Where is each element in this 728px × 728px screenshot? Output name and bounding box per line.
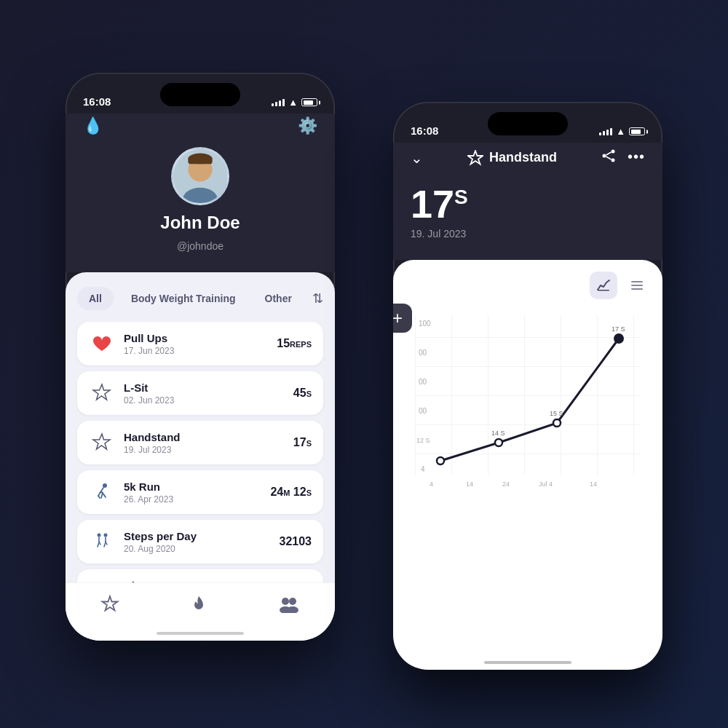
exercise-icon-handstand: [89, 430, 115, 456]
detail-date: 19. Jul 2023: [411, 228, 645, 240]
nav-social[interactable]: [278, 596, 300, 617]
user-name: John Doe: [160, 213, 240, 233]
more-icon[interactable]: •••: [628, 149, 645, 167]
back-button[interactable]: ⌄: [411, 149, 423, 167]
settings-icon[interactable]: ⚙️: [298, 116, 317, 135]
chart-list-button[interactable]: [623, 272, 651, 299]
battery-right: [629, 127, 645, 135]
svg-text:14 S: 14 S: [491, 430, 505, 437]
user-handle: @johndoe: [177, 240, 223, 252]
exercise-item-handstand[interactable]: Handstand 19. Jul 2023 17S: [77, 421, 323, 464]
profile-header: 💧 ⚙️: [66, 114, 335, 272]
detail-header: ⌄ Handstand: [393, 143, 662, 260]
exercise-date-5krun: 26. Apr 2023: [124, 494, 261, 505]
exercise-item-lsit[interactable]: L-Sit 02. Jun 2023 45S: [77, 371, 323, 415]
chart-area: 100 00 00 00 12 S 4 1: [405, 308, 651, 497]
svg-point-35: [553, 419, 561, 427]
exercise-item-5krun[interactable]: 5k Run 26. Apr 2023 24M 12S: [77, 470, 323, 514]
avatar: [171, 147, 229, 205]
filter-tab-body-weight[interactable]: Body Weight Training: [119, 287, 248, 310]
svg-point-33: [437, 457, 444, 464]
battery-left: [301, 98, 317, 106]
phone-right: 16:08 ▲ ⌄: [393, 102, 662, 670]
sort-icon[interactable]: ⇅: [312, 290, 323, 306]
exercise-date-pullups: 17. Jun 2023: [124, 346, 268, 356]
svg-text:15 S: 15 S: [550, 410, 563, 417]
svg-line-20: [606, 152, 611, 155]
exercise-name-steps: Steps per Day: [124, 530, 271, 542]
exercise-icon-heart: [89, 331, 115, 357]
chart-line-button[interactable]: [590, 272, 617, 299]
exercise-value-steps: 32103: [280, 535, 312, 548]
svg-rect-22: [598, 290, 609, 291]
header-icons: 💧 ⚙️: [83, 114, 317, 147]
avatar-image: [173, 147, 227, 205]
svg-rect-23: [631, 281, 643, 282]
svg-rect-4: [188, 157, 212, 164]
exercise-date-steps: 20. Aug 2020: [124, 544, 271, 554]
svg-point-7: [104, 534, 108, 537]
filter-tab-other[interactable]: Other: [253, 287, 304, 310]
detail-actions: •••: [601, 149, 645, 167]
phone-right-body: ⌄ Handstand: [393, 143, 662, 670]
svg-text:00: 00: [419, 407, 427, 415]
svg-text:00: 00: [419, 349, 427, 357]
exercise-icon-run: [89, 479, 115, 505]
status-icons-left: ▲: [272, 97, 317, 108]
performance-chart: 100 00 00 00 12 S 4 1: [405, 308, 651, 497]
exercise-name-5krun: 5k Run: [124, 480, 261, 493]
chart-section: +: [393, 260, 662, 670]
svg-text:14: 14: [466, 480, 473, 488]
svg-point-18: [602, 154, 606, 158]
exercise-name-pullups: Pull Ups: [124, 332, 268, 344]
detail-title-row: Handstand: [429, 150, 596, 166]
svg-text:Jul 4: Jul 4: [539, 480, 553, 488]
exercise-date-lsit: 02. Jun 2023: [124, 395, 285, 405]
svg-text:4: 4: [430, 480, 433, 488]
exercise-item-steps[interactable]: Steps per Day 20. Aug 2020 32103: [77, 520, 323, 563]
svg-rect-24: [631, 285, 643, 286]
exercise-icon-steps: [89, 529, 115, 555]
svg-rect-26: [415, 315, 641, 475]
exercise-info-handstand: Handstand 19. Jul 2023: [124, 431, 285, 455]
svg-point-17: [611, 150, 614, 154]
exercise-value-5krun: 24M 12S: [270, 486, 312, 499]
exercise-info-steps: Steps per Day 20. Aug 2020: [124, 530, 271, 554]
exercise-value-handstand: 17S: [293, 436, 312, 449]
exercise-value-lsit: 45S: [293, 387, 312, 400]
nav-favorites[interactable]: [100, 595, 119, 618]
filter-tabs: All Body Weight Training Other ⇅: [77, 287, 323, 310]
add-button[interactable]: +: [393, 304, 412, 333]
share-icon[interactable]: [601, 149, 616, 167]
drop-icon[interactable]: 💧: [83, 116, 103, 135]
svg-point-5: [103, 483, 107, 488]
exercise-icon-lsit: [89, 380, 115, 406]
dynamic-island-right: [488, 112, 568, 135]
svg-point-34: [495, 439, 502, 446]
svg-text:100: 100: [419, 320, 431, 328]
svg-text:24: 24: [502, 480, 510, 488]
phone-left: 16:08 ▲ 💧 ⚙️: [66, 73, 335, 641]
svg-point-19: [611, 159, 614, 162]
exercise-name-handstand: Handstand: [124, 431, 285, 443]
home-indicator-left: [157, 632, 244, 635]
exercise-info-lsit: L-Sit 02. Jun 2023: [124, 381, 285, 405]
svg-text:4: 4: [421, 465, 425, 473]
detail-exercise-name: Handstand: [489, 150, 557, 165]
exercise-name-lsit: L-Sit: [124, 381, 285, 394]
status-icons-right: ▲: [599, 126, 645, 137]
time-right: 16:08: [411, 124, 438, 137]
nav-activity[interactable]: [189, 595, 208, 618]
svg-point-14: [289, 598, 296, 605]
svg-text:12 S: 12 S: [416, 437, 430, 444]
svg-text:00: 00: [419, 378, 427, 386]
filter-tab-all[interactable]: All: [77, 287, 114, 310]
phone-left-body: 💧 ⚙️: [66, 114, 335, 641]
exercise-info-pullups: Pull Ups 17. Jun 2023: [124, 332, 268, 356]
time-left: 16:08: [83, 95, 111, 108]
exercise-list: Pull Ups 17. Jun 2023 15REPS: [77, 322, 323, 613]
svg-point-13: [282, 598, 289, 605]
exercise-item-pullups[interactable]: Pull Ups 17. Jun 2023 15REPS: [77, 322, 323, 365]
svg-point-6: [98, 534, 101, 537]
dynamic-island-left: [160, 83, 240, 106]
